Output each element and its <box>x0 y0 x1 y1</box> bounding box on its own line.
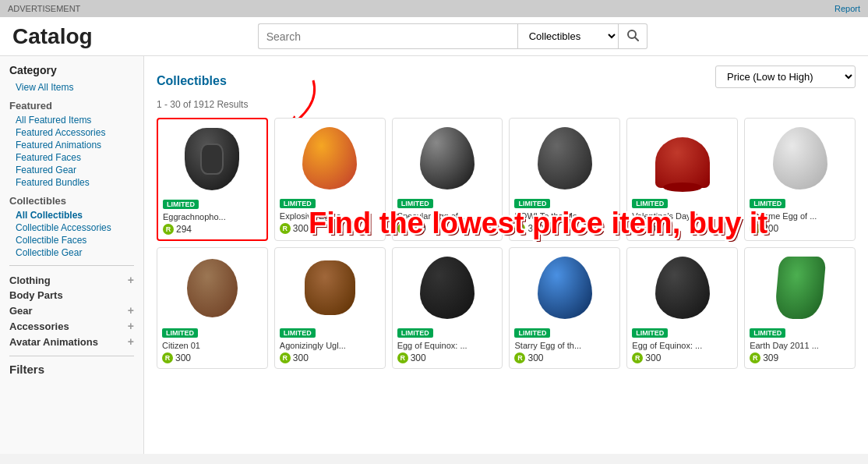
item-card-equinox1[interactable]: LIMITED Egg of Equinox: ... R 300 <box>392 247 503 369</box>
catalog-title: Catalog <box>12 24 93 49</box>
avatar-animations-row[interactable]: Avatar Animations + <box>9 334 134 349</box>
item-name-starry: Starry Egg of th... <box>514 341 615 350</box>
limited-badge-valentine: LIMITED <box>632 199 668 208</box>
item-card-valentine[interactable]: LIMITED Valentine's Day ... R 300 <box>626 118 738 241</box>
item-name-pow: POW! To the Mo... <box>514 211 615 221</box>
item-image-explosive <box>280 123 380 193</box>
item-price-specular: R 300 <box>397 223 498 234</box>
item-card-specular[interactable]: LIMITED Specular Egg of ... R 300 <box>392 118 503 241</box>
ad-label: ADVERTISEMENT <box>8 4 80 13</box>
item-image-starry <box>514 253 615 323</box>
item-image-valentine <box>632 123 732 193</box>
limited-badge-eggrachn: LIMITED <box>163 200 199 209</box>
sidebar-item-collectible-gear[interactable]: Collectible Gear <box>9 246 134 259</box>
avatar-animations-label: Avatar Animations <box>9 336 98 348</box>
clothing-row[interactable]: Clothing + <box>9 272 134 288</box>
clothing-label: Clothing <box>9 275 51 286</box>
search-input[interactable] <box>258 23 517 49</box>
report-link[interactable]: Report <box>834 4 860 13</box>
limited-badge-equinox1: LIMITED <box>397 328 433 338</box>
item-name-agonizingly: Agonizingly Ugl... <box>280 341 380 350</box>
limited-badge-chrome: LIMITED <box>750 199 785 208</box>
category-heading: Category <box>9 64 134 76</box>
results-info: 1 - 30 of 1912 Results <box>157 99 856 110</box>
robux-icon-3: R <box>397 223 408 234</box>
items-grid-row1: LIMITED Eggrachnopho... R 294 <box>157 118 856 369</box>
body-parts-row[interactable]: Body Parts <box>9 288 134 303</box>
sidebar-item-featured-accessories[interactable]: Featured Accessories <box>9 126 134 139</box>
robux-icon-12: R <box>750 352 760 363</box>
robux-icon-2: R <box>280 223 291 234</box>
category-select[interactable]: Collectibles All Categories Featured <box>517 23 619 49</box>
item-name-chrome: Chrome Egg of ... <box>750 211 850 221</box>
svg-line-1 <box>635 37 638 41</box>
item-price-starry: R 300 <box>514 352 615 363</box>
limited-badge-citizen: LIMITED <box>162 328 198 338</box>
item-card-pow[interactable]: LIMITED POW! To the Mo... R 300 <box>509 118 620 241</box>
body-parts-label: Body Parts <box>9 289 63 301</box>
robux-icon-8: R <box>280 352 291 363</box>
item-price-equinox1: R 300 <box>397 352 498 363</box>
item-price-explosive: R 300 <box>280 223 380 234</box>
sidebar-item-all-collectibles[interactable]: All Collectibles <box>9 209 134 221</box>
search-button[interactable] <box>619 23 647 49</box>
item-image-earthday <box>750 253 850 323</box>
item-image-eggrachn <box>163 124 262 194</box>
gear-row[interactable]: Gear + <box>9 303 134 318</box>
limited-badge-agonizingly: LIMITED <box>280 328 316 338</box>
item-card-equinox2[interactable]: LIMITED Egg of Equinox: ... R 300 <box>626 247 738 369</box>
item-name-equinox2: Egg of Equinox: ... <box>632 341 732 350</box>
item-card-earthday[interactable]: LIMITED Earth Day 2011 ... R 309 <box>744 247 856 369</box>
gear-label: Gear <box>9 305 33 317</box>
section-title: Collectibles <box>157 74 227 88</box>
item-card-citizen[interactable]: LIMITED Citizen 01 R 300 <box>157 247 268 369</box>
filters-heading: Filters <box>9 363 134 376</box>
sidebar-item-collectible-accessories[interactable]: Collectible Accessories <box>9 221 134 234</box>
item-name-equinox1: Egg of Equinox: ... <box>397 341 498 350</box>
item-name-valentine: Valentine's Day ... <box>632 211 732 221</box>
robux-icon-5: R <box>632 223 643 234</box>
sidebar-item-featured-animations[interactable]: Featured Animations <box>9 139 134 151</box>
item-price-pow: R 300 <box>514 223 615 234</box>
accessories-row[interactable]: Accessories + <box>9 318 134 334</box>
item-name-citizen: Citizen 01 <box>162 341 263 350</box>
robux-icon-4: R <box>514 223 525 234</box>
item-card-chrome[interactable]: LIMITED Chrome Egg of ... R 300 <box>744 118 856 241</box>
robux-icon-11: R <box>632 352 643 363</box>
item-price-agonizingly: R 300 <box>280 352 380 363</box>
sidebar-item-collectible-faces[interactable]: Collectible Faces <box>9 234 134 246</box>
item-image-pow <box>514 123 615 193</box>
item-image-agonizingly <box>280 253 380 323</box>
limited-badge-pow: LIMITED <box>514 199 550 208</box>
sort-select[interactable]: Price (Low to High) Price (High to Low) … <box>715 66 856 88</box>
item-card-explosive[interactable]: LIMITED Explosive Egg o... R 300 <box>274 118 386 241</box>
item-card-starry[interactable]: LIMITED Starry Egg of th... R 300 <box>509 247 620 369</box>
item-price-equinox2: R 300 <box>632 352 732 363</box>
item-name-explosive: Explosive Egg o... <box>280 211 380 221</box>
item-price-chrome: R 300 <box>750 223 850 234</box>
sidebar-item-featured-faces[interactable]: Featured Faces <box>9 151 134 164</box>
accessories-expand-icon: + <box>128 320 134 332</box>
clothing-expand-icon: + <box>128 274 134 286</box>
robux-icon: R <box>163 224 174 235</box>
robux-icon-10: R <box>514 352 525 363</box>
avatar-animations-expand-icon: + <box>128 335 134 348</box>
item-card-eggrachn[interactable]: LIMITED Eggrachnopho... R 294 <box>157 118 268 241</box>
collectibles-label: Collectibles <box>9 195 134 207</box>
featured-label: Featured <box>9 100 134 112</box>
limited-badge-equinox2: LIMITED <box>632 328 668 338</box>
limited-badge-earthday: LIMITED <box>750 328 785 338</box>
item-image-chrome <box>750 123 850 193</box>
item-image-citizen <box>162 253 263 323</box>
limited-badge-specular: LIMITED <box>397 199 433 208</box>
item-card-agonizingly[interactable]: LIMITED Agonizingly Ugl... R 300 <box>274 247 386 369</box>
gear-expand-icon: + <box>128 304 134 317</box>
sidebar-item-featured-bundles[interactable]: Featured Bundles <box>9 176 134 189</box>
sidebar-item-featured-gear[interactable]: Featured Gear <box>9 164 134 176</box>
item-name-specular: Specular Egg of ... <box>397 211 498 221</box>
sidebar-item-all-featured[interactable]: All Featured Items <box>9 114 134 126</box>
item-price-citizen: R 300 <box>162 352 263 363</box>
limited-badge-explosive: LIMITED <box>280 199 316 208</box>
item-price-earthday: R 309 <box>750 352 850 363</box>
view-all-items-link[interactable]: View All Items <box>9 81 134 94</box>
